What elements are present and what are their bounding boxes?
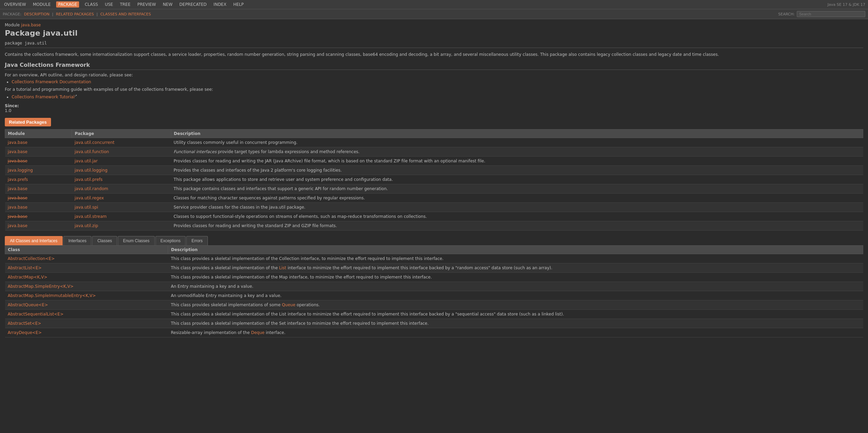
table-row: java.basejava.util.randomThis package co… [5,184,863,194]
tab-interfaces[interactable]: Interfaces [63,236,92,245]
main-content: Module java.base Package java.util packa… [0,19,868,341]
nav-class[interactable]: CLASS [83,1,99,8]
tab-enum-classes[interactable]: Enum Classes [118,236,154,245]
col-description: Description [171,129,863,138]
module-cell-link[interactable]: java.logging [8,168,33,173]
table-row: java.basejava.util.jarProvides classes f… [5,157,863,166]
table-row: java.basejava.util.zipProvides classes f… [5,221,863,231]
module-cell-link[interactable]: java.base [8,214,28,219]
package-cell-link[interactable]: java.util.logging [75,168,108,173]
package-cell-link[interactable]: java.util.spi [75,205,98,210]
module-cell-link[interactable]: java.base [8,140,28,145]
module-cell-link[interactable]: java.base [8,196,28,200]
tab-errors[interactable]: Errors [186,236,208,245]
col-module: Module [5,129,72,138]
link2-item: Collections Framework Tutorial↗ [12,94,863,99]
description-cell: Provides classes for reading and writing… [171,221,863,231]
table-row: java.basejava.util.streamClasses to supp… [5,212,863,221]
related-packages-button[interactable]: Related Packages [5,118,51,126]
description-cell: Service provider classes for the classes… [171,203,863,212]
package-declaration: package java.util [5,41,863,48]
queue-link[interactable]: Queue [282,302,295,307]
package-cell-link[interactable]: java.util.concurrent [75,140,115,145]
module-cell-link[interactable]: java.base [8,205,28,210]
description-cell: Functional interfaces provide target typ… [171,147,863,157]
list-link[interactable]: List [279,265,286,270]
nav-module[interactable]: MODULE [32,1,52,8]
class-description-cell: This class provides skeletal implementat… [168,300,863,310]
class-link[interactable]: AbstractMap.SimpleImmutableEntry<K,V> [8,293,96,298]
package-cell-link[interactable]: java.util.prefs [75,177,103,182]
nav-tree[interactable]: TREE [118,1,132,8]
bc-sep-2: | [97,12,98,16]
col-package: Package [72,129,171,138]
bc-link-description[interactable]: DESCRIPTION [24,12,49,16]
nav-new[interactable]: NEW [161,1,174,8]
nav-overview[interactable]: OVERVIEW [3,1,27,8]
deque-link[interactable]: Deque [251,330,264,335]
tab-exceptions[interactable]: Exceptions [155,236,186,245]
table-row: AbstractCollection<E>This class provides… [5,254,863,263]
tab-all-classes[interactable]: All Classes and Interfaces [5,236,63,245]
table-row: java.basejava.util.regexClasses for matc… [5,194,863,203]
external-link-icon: ↗ [75,94,77,97]
description-cell: Classes for matching character sequences… [171,194,863,203]
table-row: AbstractQueue<E>This class provides skel… [5,300,863,310]
module-cell-link[interactable]: java.prefs [8,177,28,182]
table-row: java.basejava.util.concurrentUtility cla… [5,138,863,147]
col-class-description: Description [168,246,863,254]
nav-help[interactable]: HELP [232,1,245,8]
description-cell: Provides classes for reading and writing… [171,157,863,166]
bc-link-classes[interactable]: CLASSES AND INTERFACES [100,12,151,16]
package-description: Contains the collections framework, some… [5,51,863,58]
collections-framework-tutorial-link[interactable]: Collections Framework Tutorial [12,95,75,99]
description-cell: This package allows applications to stor… [171,175,863,184]
overview-para-1: For an overview, API outline, and design… [5,73,863,77]
class-description-cell: An unmodifiable Entry maintaining a key … [168,291,863,300]
tab-classes[interactable]: Classes [92,236,117,245]
nav-index[interactable]: INDEX [212,1,228,8]
search-box: SEARCH: [778,11,865,17]
table-row: java.basejava.util.functionFunctional in… [5,147,863,157]
class-link[interactable]: ArrayDeque<E> [8,330,42,335]
class-link[interactable]: AbstractSequentialList<E> [8,312,64,317]
package-cell-link[interactable]: java.util.jar [75,159,98,163]
module-link[interactable]: java.base [21,23,41,27]
class-link[interactable]: AbstractMap.SimpleEntry<K,V> [8,284,74,289]
package-cell-link[interactable]: java.util.random [75,186,108,191]
bc-link-related[interactable]: RELATED PACKAGES [56,12,94,16]
module-cell-link[interactable]: java.base [8,159,28,163]
module-cell-link[interactable]: java.base [8,149,28,154]
search-input[interactable] [797,11,865,17]
class-link[interactable]: AbstractQueue<E> [8,302,48,307]
package-cell-link[interactable]: java.util.stream [75,214,107,219]
class-link[interactable]: AbstractSet<E> [8,321,41,326]
module-cell-link[interactable]: java.base [8,223,28,228]
classes-table: Class Description AbstractCollection<E>T… [5,245,863,337]
class-link[interactable]: AbstractList<E> [8,265,42,270]
collections-heading: Java Collections Framework [5,62,863,70]
package-cell-link[interactable]: java.util.function [75,149,109,154]
table-row: AbstractMap.SimpleEntry<K,V>An Entry mai… [5,282,863,291]
nav-package[interactable]: PACKAGE [56,1,79,8]
overview-para-2: For a tutorial and programming guide wit… [5,87,863,92]
table-row: AbstractList<E>This class provides a ske… [5,263,863,273]
package-cell-link[interactable]: java.util.regex [75,196,104,200]
related-packages-section: Related Packages Module Package Descript… [5,118,863,231]
table-row: java.prefsjava.util.prefsThis package al… [5,175,863,184]
class-link[interactable]: AbstractMap<K,V> [8,275,48,280]
description-cell: Utility classes commonly useful in concu… [171,138,863,147]
nav-preview[interactable]: PREVIEW [136,1,157,8]
nav-deprecated[interactable]: DEPRECATED [178,1,208,8]
nav-use[interactable]: USE [103,1,114,8]
table-row: AbstractSequentialList<E>This class prov… [5,310,863,319]
class-link[interactable]: AbstractCollection<E> [8,256,55,261]
class-description-cell: An Entry maintaining a key and a value. [168,282,863,291]
package-cell-link[interactable]: java.util.zip [75,223,98,228]
module-cell-link[interactable]: java.base [8,186,28,191]
module-link-line: Module java.base [5,23,863,27]
collections-framework-doc-link[interactable]: Collections Framework Documentation [12,79,91,84]
description-cell: This package contains classes and interf… [171,184,863,194]
bc-sep-1: | [52,12,53,16]
table-row: java.loggingjava.util.loggingProvides th… [5,166,863,175]
